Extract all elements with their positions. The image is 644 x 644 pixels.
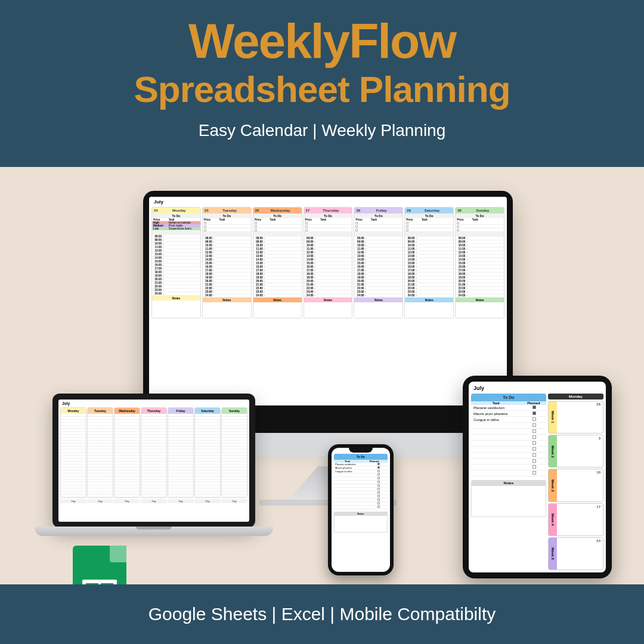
day-column: Sunday	[221, 407, 247, 498]
product-title: WeeklyFlow	[0, 17, 644, 66]
day-column: Thursday	[141, 407, 167, 498]
task-row: Congue in tellus	[471, 417, 546, 423]
ipad-mockup: July To Do Task Planned Placerat vestibu…	[463, 376, 612, 578]
iphone-todo-header: To Do	[334, 454, 388, 460]
ipad-notes-header: Notes	[471, 480, 546, 486]
iphone-spreadsheet: To Do Task Planned Placerat vestibulumMa…	[332, 448, 390, 535]
iphone-notes-body	[334, 516, 388, 532]
laptop-month-title: July	[58, 400, 249, 407]
day-column: Friday	[168, 407, 194, 498]
compatibility-text: Google Sheets | Excel | Mobile Compatibi…	[148, 604, 496, 624]
product-tagline: Easy Calendar | Weekly Planning	[0, 121, 644, 140]
day-column: 29SaturdayTo DoPriosTask 08:00-09:00-10:…	[404, 207, 454, 318]
laptop-spreadsheet: July MondayTuesdayWednesdayThursdayFrida…	[58, 400, 249, 503]
imac-spreadsheet: July 24MondayTo DoPriosTaskHighNullam et…	[149, 197, 507, 318]
device-showcase: July 24MondayTo DoPriosTaskHighNullam et…	[0, 167, 644, 584]
day-column: Saturday	[194, 407, 221, 498]
iphone-mockup: To Do Task Planned Placerat vestibulumMa…	[328, 444, 394, 575]
laptop-mockup: July MondayTuesdayWednesdayThursdayFrida…	[35, 394, 273, 561]
day-column: Tuesday	[87, 407, 113, 498]
ipad-notes-body	[471, 486, 546, 517]
iphone-notes-header: Notes	[334, 512, 388, 516]
top-banner: WeeklyFlow Spreadsheet Planning Easy Cal…	[0, 0, 644, 167]
week-block: Week 417	[548, 503, 603, 536]
week-block: Week 126	[548, 401, 603, 434]
ipad-month-col-header: Monday	[548, 394, 603, 400]
day-column: 26WednesdayTo DoPriosTask 08:00-09:00-10…	[253, 207, 302, 318]
day-column: 30SundayTo DoPriosTask 08:00-09:00-10:00…	[455, 207, 504, 318]
week-block: Week 23	[548, 435, 603, 467]
imac-month-title: July	[149, 197, 507, 207]
day-column: Wednesday	[114, 407, 140, 498]
product-subtitle: Spreadsheet Planning	[0, 68, 644, 110]
day-column: 28FridayTo DoPriosTask 08:00-09:00-10:00…	[354, 207, 403, 318]
ipad-todo-header: To Do	[471, 394, 546, 401]
day-column: Monday	[60, 407, 86, 498]
bottom-banner: Google Sheets | Excel | Mobile Compatibi…	[0, 584, 644, 644]
day-column: 25TuesdayTo DoPriosTask 08:00-09:00-10:0…	[202, 207, 252, 318]
ipad-spreadsheet: July To Do Task Planned Placerat vestibu…	[469, 382, 606, 572]
day-column: 24MondayTo DoPriosTaskHighNullam et mole…	[151, 207, 201, 318]
day-column: 27ThursdayTo DoPriosTask 08:00-09:00-10:…	[304, 207, 353, 318]
ipad-month-title: July	[469, 382, 606, 394]
task-row: Mauris proin pharetra	[471, 411, 546, 417]
task-row: Placerat vestibulum	[471, 405, 546, 411]
week-block: Week 310	[548, 469, 603, 501]
week-block: Week 524	[548, 537, 603, 570]
